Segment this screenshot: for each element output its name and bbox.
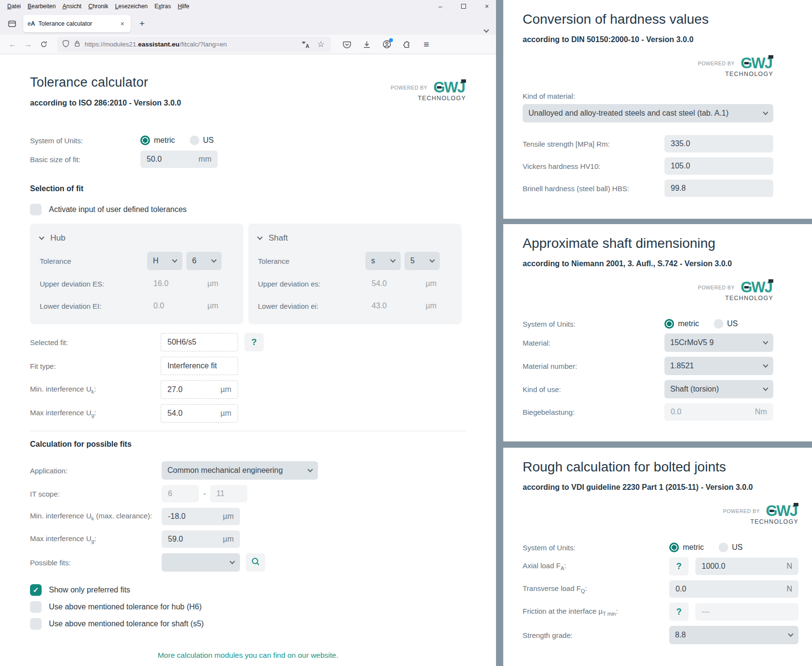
metric-radio[interactable]: [669, 543, 679, 552]
chevron-down-icon: [429, 257, 435, 262]
chevron-down-icon: [763, 385, 768, 391]
us-radio[interactable]: [714, 319, 723, 329]
show-preferred-fits-row[interactable]: ✓ Show only preferred fits: [30, 584, 466, 596]
kind-of-material-select[interactable]: Unalloyed and alloy-treated steels and c…: [523, 104, 773, 122]
use-hub-tolerance-checkbox[interactable]: [30, 601, 42, 613]
menu-datei[interactable]: Datei: [4, 1, 24, 11]
url-bar[interactable]: https://modules21.eassistant.eu/fitcalc/…: [57, 37, 331, 52]
min-interference-clearance-input[interactable]: -18.0µm: [162, 508, 240, 525]
close-icon[interactable]: ×: [482, 2, 491, 10]
shaft-tolerance-letter-select[interactable]: s: [365, 252, 401, 270]
transverse-load-row: Transverse load FQ: 0.0N: [523, 580, 798, 598]
max-interference-value: 54.0µm: [161, 404, 238, 423]
help-icon[interactable]: ?: [669, 603, 689, 621]
menu-ansicht[interactable]: Ansicht: [59, 1, 85, 11]
friction-input[interactable]: ---: [695, 603, 798, 621]
it-scope-to-input[interactable]: 11: [210, 485, 247, 502]
material-select[interactable]: 15CrMoV5 9: [664, 333, 773, 352]
gwj-brand: POWERED BY GWJ TECHNOLOGY: [523, 56, 773, 77]
menu-hilfe[interactable]: Hilfe: [174, 1, 193, 11]
new-tab-button[interactable]: +: [136, 18, 148, 29]
menu-icon[interactable]: ≡: [421, 39, 432, 50]
website-link[interactable]: More calculation modules you can find on…: [30, 651, 466, 660]
brinell-hardness-input[interactable]: 99.8: [664, 180, 773, 197]
shaft-tolerance-grade-select[interactable]: 5: [405, 252, 440, 270]
fit-type-label: Fit type:: [30, 362, 161, 370]
possible-fits-label: Possible fits:: [30, 559, 162, 567]
it-scope-from-input[interactable]: 6: [162, 485, 199, 502]
shaft-card-header[interactable]: Shaft: [258, 233, 452, 243]
activate-tolerances-checkbox[interactable]: [30, 204, 42, 215]
account-icon[interactable]: [381, 39, 392, 50]
application-row: Application: Common mechanical engineeri…: [30, 461, 466, 480]
extensions-icon[interactable]: [401, 39, 412, 50]
use-shaft-tolerance-row[interactable]: Use above mentioned tolerance for shaft …: [30, 618, 466, 630]
bolted-joints-panel: Rough calculation for bolted joints acco…: [503, 448, 812, 666]
tolerance-calculator-page: Tolerance calculator according to ISO 28…: [0, 55, 496, 666]
forward-icon[interactable]: →: [20, 37, 36, 52]
list-all-tabs-chevron-icon[interactable]: [483, 27, 489, 32]
menu-extras[interactable]: Extras: [151, 1, 174, 11]
strength-grade-label: Strength grade:: [523, 631, 669, 639]
hub-card-header[interactable]: Hub: [40, 233, 234, 243]
search-icon: [251, 557, 260, 568]
vickers-hardness-row: Vickers hardness HV10: 105.0: [523, 157, 773, 175]
translate-icon[interactable]: A: [300, 39, 311, 50]
transverse-load-input[interactable]: 0.0N: [669, 580, 798, 598]
us-radio[interactable]: [719, 543, 728, 552]
max-interference-calc-input[interactable]: 59.0µm: [162, 530, 240, 548]
tab-tolerance-calculator[interactable]: eA Tolerance calculator ×: [23, 15, 131, 32]
toolbar-icons: ≡: [342, 39, 432, 50]
lock-icon[interactable]: [74, 40, 81, 49]
hub-tolerance-letter-select[interactable]: H: [147, 252, 182, 270]
gwj-brand: POWERED BY GWJ TECHNOLOGY: [523, 280, 773, 302]
menu-bearbeiten[interactable]: Bearbeiten: [24, 1, 59, 11]
tab-close-icon[interactable]: ×: [119, 19, 126, 29]
shield-icon[interactable]: [62, 40, 70, 49]
firefox-view-icon[interactable]: [5, 16, 19, 31]
activate-tolerances-checkbox-row[interactable]: Activate input of user defined tolerance…: [30, 204, 466, 215]
system-of-units-row: System of Units: metric US: [30, 136, 466, 145]
strength-grade-select[interactable]: 8.8: [669, 626, 798, 644]
system-of-units-label: System of Units:: [523, 320, 664, 328]
metric-label: metric: [683, 543, 704, 552]
tensile-strength-row: Tensile strength [MPa] Rm: 335.0: [523, 135, 773, 152]
possible-fits-select[interactable]: [162, 553, 240, 572]
use-shaft-tolerance-checkbox[interactable]: [30, 618, 42, 630]
us-radio[interactable]: [190, 136, 199, 145]
axial-load-input[interactable]: 1000.0N: [695, 558, 798, 575]
bookmark-star-icon[interactable]: ☆: [316, 39, 326, 50]
menu-lesezeichen[interactable]: Lesezeichen: [112, 1, 151, 11]
maximize-icon[interactable]: [459, 2, 468, 10]
vickers-hardness-input[interactable]: 105.0: [664, 157, 773, 175]
minimize-icon[interactable]: –: [436, 2, 445, 10]
application-select[interactable]: Common mechanical engineering: [162, 461, 318, 480]
biegebelastung-input[interactable]: 0.0Nm: [664, 403, 773, 421]
reload-icon[interactable]: [36, 37, 51, 52]
material-number-select[interactable]: 1.8521: [664, 357, 773, 375]
selected-fit-input[interactable]: 50H6/s5: [161, 333, 238, 351]
tensile-strength-input[interactable]: 335.0: [664, 135, 773, 152]
back-icon[interactable]: ←: [5, 37, 20, 52]
url-text: https://modules21.eassistant.eu/fitcalc/…: [85, 41, 296, 48]
brinell-hardness-label: Brinell hardness (steel ball) HBS:: [523, 184, 664, 193]
basic-size-label: Basic size of fit:: [30, 155, 140, 164]
metric-radio[interactable]: [140, 136, 150, 145]
help-icon[interactable]: ?: [244, 333, 264, 351]
menu-chronik[interactable]: Chronik: [85, 1, 111, 11]
help-icon[interactable]: ?: [669, 557, 689, 575]
navigation-toolbar: ← → https://modules21.eassistant.eu/fitc…: [0, 35, 496, 54]
tab-title: Tolerance calculator: [38, 20, 118, 27]
kind-of-use-select[interactable]: Shaft (torsion): [664, 380, 773, 398]
fit-type-row: Fit type: Interference fit: [30, 357, 466, 375]
hub-tolerance-grade-select[interactable]: 6: [186, 252, 222, 270]
use-hub-tolerance-row[interactable]: Use above mentioned tolerance for hub (H…: [30, 601, 466, 613]
search-button[interactable]: [246, 553, 265, 572]
basic-size-input[interactable]: 50.0 mm: [140, 151, 218, 168]
metric-radio[interactable]: [664, 319, 674, 329]
page-title: Tolerance calculator: [30, 75, 181, 90]
pocket-icon[interactable]: [342, 39, 352, 50]
shaft-title: Shaft: [269, 233, 288, 243]
download-icon[interactable]: [361, 39, 372, 50]
show-preferred-fits-checkbox[interactable]: ✓: [30, 584, 42, 596]
